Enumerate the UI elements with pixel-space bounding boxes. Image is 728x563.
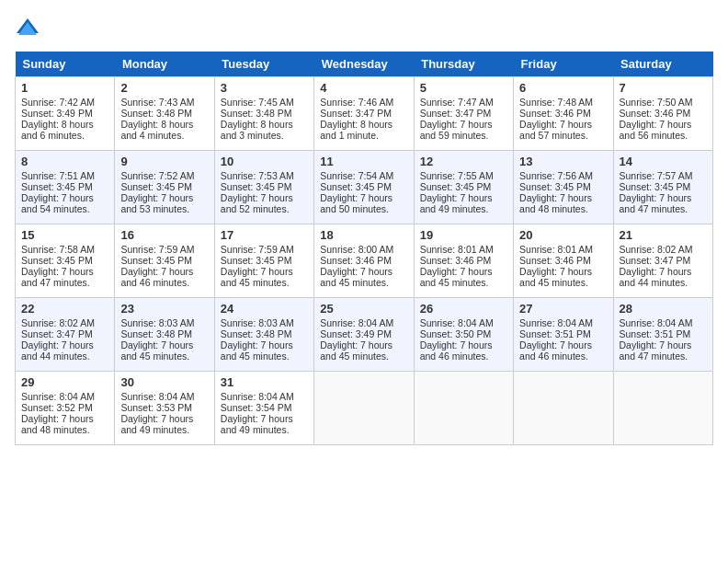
sunrise-text: Sunrise: 8:03 AM <box>221 317 294 328</box>
sunset-text: Sunset: 3:45 PM <box>320 181 392 192</box>
day-number: 28 <box>620 302 707 316</box>
day-number: 20 <box>519 228 607 242</box>
sunset-text: Sunset: 3:45 PM <box>519 181 591 192</box>
sunrise-text: Sunrise: 7:56 AM <box>519 170 593 181</box>
day-number: 25 <box>320 302 407 316</box>
logo-icon <box>15 15 40 40</box>
daylight-text: Daylight: 8 hours and 1 minute. <box>320 119 392 141</box>
calendar-week-3: 15Sunrise: 7:58 AMSunset: 3:45 PMDayligh… <box>16 224 713 298</box>
day-number: 30 <box>120 375 208 389</box>
daylight-text: Daylight: 7 hours and 57 minutes. <box>519 119 592 141</box>
calendar-cell: 27Sunrise: 8:04 AMSunset: 3:51 PMDayligh… <box>514 298 613 372</box>
sunrise-text: Sunrise: 7:55 AM <box>420 170 494 181</box>
sunset-text: Sunset: 3:47 PM <box>620 255 691 266</box>
calendar-cell: 19Sunrise: 8:01 AMSunset: 3:46 PMDayligh… <box>414 224 513 298</box>
sunrise-text: Sunrise: 7:48 AM <box>519 97 593 108</box>
col-header-sunday: Sunday <box>16 52 115 77</box>
day-number: 13 <box>519 155 607 168</box>
day-number: 16 <box>120 228 208 242</box>
col-header-friday: Friday <box>514 52 613 77</box>
calendar-cell: 31Sunrise: 8:04 AMSunset: 3:54 PMDayligh… <box>214 372 313 445</box>
sunset-text: Sunset: 3:49 PM <box>320 328 392 339</box>
calendar-cell: 3Sunrise: 7:45 AMSunset: 3:48 PMDaylight… <box>214 77 313 151</box>
sunset-text: Sunset: 3:48 PM <box>120 328 192 339</box>
sunrise-text: Sunrise: 7:58 AM <box>21 244 95 255</box>
sunrise-text: Sunrise: 8:04 AM <box>120 391 194 402</box>
sunset-text: Sunset: 3:46 PM <box>420 255 492 266</box>
calendar-cell: 10Sunrise: 7:53 AMSunset: 3:45 PMDayligh… <box>214 151 313 224</box>
sunrise-text: Sunrise: 7:45 AM <box>221 97 294 108</box>
sunset-text: Sunset: 3:46 PM <box>519 108 591 119</box>
page-header <box>15 15 713 40</box>
sunset-text: Sunset: 3:50 PM <box>420 328 492 339</box>
day-number: 19 <box>420 228 507 242</box>
calendar-cell: 20Sunrise: 8:01 AMSunset: 3:46 PMDayligh… <box>514 224 613 298</box>
day-number: 29 <box>21 375 108 389</box>
daylight-text: Daylight: 7 hours and 46 minutes. <box>519 339 592 362</box>
daylight-text: Daylight: 7 hours and 45 minutes. <box>221 266 293 288</box>
day-number: 12 <box>420 155 507 168</box>
day-number: 21 <box>620 228 707 242</box>
sunrise-text: Sunrise: 8:01 AM <box>519 244 593 255</box>
sunset-text: Sunset: 3:45 PM <box>221 181 292 192</box>
calendar-cell: 11Sunrise: 7:54 AMSunset: 3:45 PMDayligh… <box>314 151 414 224</box>
sunset-text: Sunset: 3:45 PM <box>21 255 93 266</box>
sunset-text: Sunset: 3:47 PM <box>21 328 93 339</box>
calendar-cell <box>314 372 414 445</box>
daylight-text: Daylight: 7 hours and 47 minutes. <box>620 339 692 362</box>
day-number: 26 <box>420 302 507 316</box>
daylight-text: Daylight: 7 hours and 45 minutes. <box>320 266 392 288</box>
col-header-saturday: Saturday <box>613 52 712 77</box>
calendar-cell: 30Sunrise: 8:04 AMSunset: 3:53 PMDayligh… <box>115 372 214 445</box>
calendar-cell: 12Sunrise: 7:55 AMSunset: 3:45 PMDayligh… <box>414 151 513 224</box>
daylight-text: Daylight: 8 hours and 3 minutes. <box>221 119 293 141</box>
sunset-text: Sunset: 3:48 PM <box>221 328 292 339</box>
sunrise-text: Sunrise: 8:04 AM <box>620 317 693 328</box>
sunrise-text: Sunrise: 8:04 AM <box>21 391 95 402</box>
daylight-text: Daylight: 8 hours and 6 minutes. <box>21 119 94 141</box>
sunrise-text: Sunrise: 8:02 AM <box>620 244 693 255</box>
calendar-cell: 14Sunrise: 7:57 AMSunset: 3:45 PMDayligh… <box>613 151 712 224</box>
day-number: 17 <box>221 228 308 242</box>
sunrise-text: Sunrise: 7:46 AM <box>320 97 393 108</box>
day-number: 1 <box>21 81 108 95</box>
calendar-cell: 1Sunrise: 7:42 AMSunset: 3:49 PMDaylight… <box>16 77 115 151</box>
sunrise-text: Sunrise: 7:51 AM <box>21 170 95 181</box>
sunset-text: Sunset: 3:45 PM <box>120 181 192 192</box>
sunrise-text: Sunrise: 8:04 AM <box>519 317 593 328</box>
calendar-cell: 18Sunrise: 8:00 AMSunset: 3:46 PMDayligh… <box>314 224 414 298</box>
calendar-cell: 29Sunrise: 8:04 AMSunset: 3:52 PMDayligh… <box>16 372 115 445</box>
daylight-text: Daylight: 7 hours and 49 minutes. <box>120 413 193 435</box>
sunset-text: Sunset: 3:45 PM <box>120 255 192 266</box>
sunrise-text: Sunrise: 7:42 AM <box>21 97 95 108</box>
calendar-cell: 16Sunrise: 7:59 AMSunset: 3:45 PMDayligh… <box>115 224 214 298</box>
calendar-cell: 5Sunrise: 7:47 AMSunset: 3:47 PMDaylight… <box>414 77 513 151</box>
daylight-text: Daylight: 7 hours and 46 minutes. <box>120 266 193 288</box>
sunset-text: Sunset: 3:51 PM <box>519 328 591 339</box>
daylight-text: Daylight: 7 hours and 47 minutes. <box>620 192 692 214</box>
daylight-text: Daylight: 7 hours and 48 minutes. <box>519 192 592 214</box>
day-number: 31 <box>221 375 308 389</box>
sunrise-text: Sunrise: 7:57 AM <box>620 170 693 181</box>
sunset-text: Sunset: 3:54 PM <box>221 402 292 413</box>
calendar-cell: 23Sunrise: 8:03 AMSunset: 3:48 PMDayligh… <box>115 298 214 372</box>
sunrise-text: Sunrise: 7:43 AM <box>120 97 194 108</box>
calendar-week-5: 29Sunrise: 8:04 AMSunset: 3:52 PMDayligh… <box>16 372 713 445</box>
sunrise-text: Sunrise: 8:04 AM <box>420 317 494 328</box>
daylight-text: Daylight: 7 hours and 52 minutes. <box>221 192 293 214</box>
sunrise-text: Sunrise: 7:59 AM <box>120 244 194 255</box>
calendar-header-row: SundayMondayTuesdayWednesdayThursdayFrid… <box>16 52 713 77</box>
sunset-text: Sunset: 3:53 PM <box>120 402 192 413</box>
day-number: 3 <box>221 81 308 95</box>
sunrise-text: Sunrise: 8:04 AM <box>320 317 393 328</box>
calendar-cell: 24Sunrise: 8:03 AMSunset: 3:48 PMDayligh… <box>214 298 313 372</box>
calendar-cell: 15Sunrise: 7:58 AMSunset: 3:45 PMDayligh… <box>16 224 115 298</box>
daylight-text: Daylight: 7 hours and 47 minutes. <box>21 266 94 288</box>
calendar-cell <box>414 372 513 445</box>
sunset-text: Sunset: 3:45 PM <box>420 181 492 192</box>
day-number: 27 <box>519 302 607 316</box>
day-number: 24 <box>221 302 308 316</box>
day-number: 14 <box>620 155 707 168</box>
sunset-text: Sunset: 3:48 PM <box>120 108 192 119</box>
col-header-monday: Monday <box>115 52 214 77</box>
